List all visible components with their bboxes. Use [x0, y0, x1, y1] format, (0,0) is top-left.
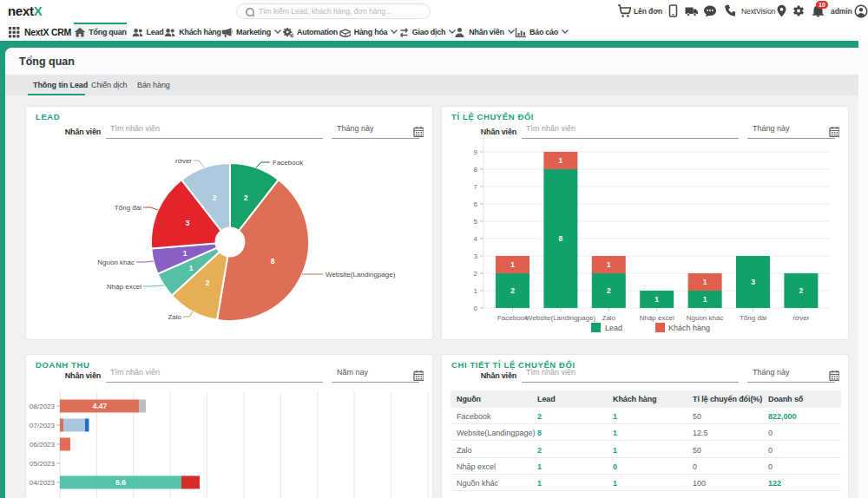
svg-text:1: 1 [703, 295, 707, 304]
svg-text:Website(Landingpage): Website(Landingpage) [526, 314, 596, 322]
svg-text:3: 3 [751, 278, 755, 286]
svg-text:Nguồn khác: Nguồn khác [97, 259, 135, 266]
svg-text:6.6: 6.6 [115, 478, 126, 487]
svg-text:07/2023: 07/2023 [30, 422, 55, 429]
svg-text:6: 6 [474, 200, 478, 208]
svg-text:4: 4 [474, 235, 478, 243]
svg-text:3: 3 [186, 219, 190, 227]
svg-text:2: 2 [244, 193, 248, 202]
svg-text:Facebook: Facebook [497, 314, 529, 322]
svg-text:2: 2 [474, 270, 478, 278]
svg-text:8: 8 [559, 234, 563, 243]
svg-text:1: 1 [474, 287, 478, 295]
svg-text:rờver: rờver [175, 157, 192, 165]
svg-text:1: 1 [654, 295, 659, 304]
svg-text:08/2023: 08/2023 [30, 403, 55, 410]
svg-text:9: 9 [474, 148, 478, 156]
svg-text:Lead: Lead [605, 324, 622, 332]
svg-text:1: 1 [607, 260, 611, 269]
svg-text:1: 1 [559, 156, 563, 165]
svg-text:2: 2 [510, 286, 515, 295]
svg-text:5: 5 [474, 218, 478, 226]
svg-text:1: 1 [703, 278, 707, 286]
svg-text:rờver: rờver [792, 314, 809, 322]
svg-text:0: 0 [474, 305, 478, 312]
svg-text:Tổng đài: Tổng đài [115, 204, 141, 212]
svg-text:4.47: 4.47 [93, 402, 108, 410]
svg-text:8: 8 [474, 166, 478, 174]
svg-text:Nhập excel: Nhập excel [640, 314, 674, 322]
svg-text:2: 2 [607, 286, 611, 295]
svg-text:7: 7 [474, 183, 478, 191]
svg-text:Facebook: Facebook [273, 159, 304, 167]
svg-text:Website(Landingpage): Website(Landingpage) [326, 271, 396, 278]
svg-text:1: 1 [189, 264, 194, 272]
svg-text:06/2023: 06/2023 [30, 441, 55, 449]
svg-text:3: 3 [474, 252, 478, 260]
svg-text:2: 2 [206, 278, 210, 287]
svg-text:1: 1 [183, 249, 187, 258]
svg-text:04/2023: 04/2023 [30, 479, 55, 487]
svg-text:Nguồn khác: Nguồn khác [687, 314, 724, 322]
svg-text:Khách hàng: Khách hàng [668, 324, 710, 332]
svg-text:Nhập excel: Nhập excel [107, 283, 141, 291]
svg-text:Zalo: Zalo [168, 313, 181, 321]
svg-text:8: 8 [271, 257, 275, 265]
svg-text:05/2023: 05/2023 [30, 460, 55, 468]
svg-text:1: 1 [510, 260, 515, 269]
svg-text:Zalo: Zalo [602, 314, 616, 322]
svg-text:Tổng đài: Tổng đài [740, 314, 766, 322]
svg-text:2: 2 [799, 286, 804, 295]
svg-text:2: 2 [213, 193, 217, 202]
